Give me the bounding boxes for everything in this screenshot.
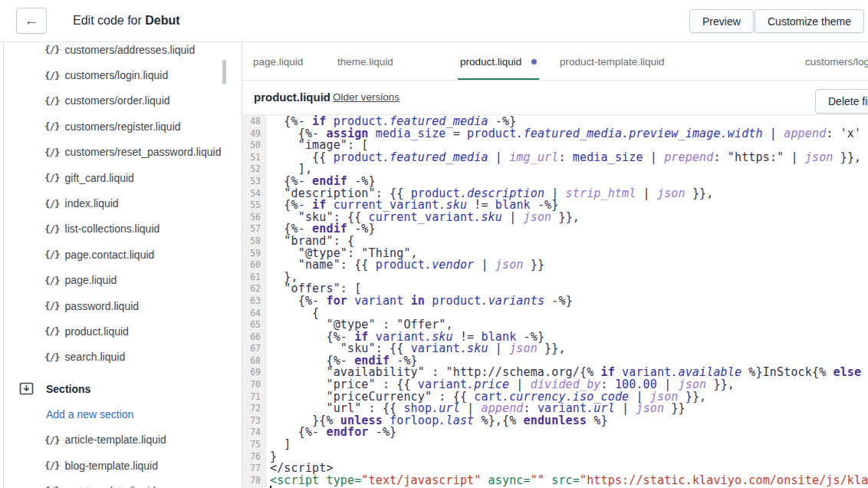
line-number: 54 (242, 188, 265, 200)
sidebar-item-cart-template-liquid[interactable]: {/}cart-template.liquid (4, 478, 222, 488)
editor-filename: product.liquid (254, 91, 330, 104)
line-number: 60 (242, 259, 265, 272)
code-file-icon: {/} (44, 223, 60, 235)
open-file-tabs: page.liquidtheme.liquidproduct.liquidpro… (242, 42, 868, 81)
line-number: 69 (242, 367, 265, 379)
file-name: page.liquid (65, 274, 117, 286)
code-line[interactable]: {{ product.featured_media | img_url: med… (270, 152, 868, 164)
tab-label: product.liquid (460, 56, 521, 68)
line-number: 53 (242, 176, 265, 188)
tab-product-liquid[interactable]: product.liquid (460, 42, 537, 81)
code-editor[interactable]: 4849505152535455565758596061626364656667… (242, 115, 868, 488)
sidebar-item-customers-order-liquid[interactable]: {/}customers/order.liquid (4, 88, 222, 114)
file-name: search.liquid (65, 351, 126, 363)
top-bar: ← Edit code for Debut Preview Customize … (0, 0, 868, 42)
back-arrow-icon: ← (25, 12, 39, 29)
sidebar-item-gift-card-liquid[interactable]: {/}gift_card.liquid (4, 165, 222, 190)
line-number: 58 (242, 236, 265, 248)
file-name: customers/reset_password.liquid (65, 146, 222, 158)
tab-label: product-template.liquid (560, 56, 665, 68)
add-new-section-link[interactable]: Add a new section (4, 401, 222, 427)
code-file-icon: {/} (44, 44, 60, 55)
sidebar-scrollbar[interactable] (222, 60, 226, 84)
sidebar-item-product-liquid[interactable]: {/}product.liquid (4, 318, 222, 344)
file-name: customers/addresses.liquid (65, 44, 196, 56)
customize-theme-button[interactable]: Customize theme (755, 9, 864, 33)
sidebar-item-index-liquid[interactable]: {/}index.liquid (4, 190, 222, 216)
sections-group-header[interactable]: Sections (4, 370, 222, 401)
sidebar-item-article-template-liquid[interactable]: {/}article-template.liquid (4, 427, 222, 452)
code-line[interactable]: ] (270, 439, 868, 451)
code-file-icon: {/} (44, 198, 60, 209)
tab-label: theme.liquid (337, 56, 393, 68)
line-number: 75 (242, 439, 265, 451)
line-number: 56 (242, 212, 265, 224)
file-name: customers/register.liquid (65, 120, 181, 133)
file-name: gift_card.liquid (65, 172, 134, 184)
code-line[interactable]: {%- for variant in product.variants -%} (270, 295, 868, 308)
code-file-icon: {/} (44, 351, 60, 363)
sidebar-item-list-collections-liquid[interactable]: {/}list-collections.liquid (4, 216, 222, 242)
code-line[interactable]: "name": {{ product.vendor | json }} (270, 259, 868, 272)
delete-file-button[interactable]: Delete file (815, 89, 868, 114)
line-number: 72 (242, 403, 265, 415)
line-number: 73 (242, 415, 265, 427)
tab-product-template-liquid[interactable]: product-template.liquid (560, 42, 665, 81)
theme-name: Debut (145, 14, 179, 27)
sidebar-item-search-liquid[interactable]: {/}search.liquid (4, 345, 222, 370)
sidebar-item-password-liquid[interactable]: {/}password.liquid (4, 293, 222, 318)
line-number: 71 (242, 391, 265, 404)
code-line[interactable]: {%- endif -%} (270, 223, 868, 236)
code-file-icon: {/} (44, 147, 60, 158)
code-file-icon: {/} (44, 95, 60, 107)
tab-customers-login-liquid[interactable]: customers/login.liquid (805, 42, 868, 81)
sidebar-item-page-liquid[interactable]: {/}page.liquid (4, 268, 222, 293)
line-number: 52 (242, 163, 265, 176)
code-file-icon: {/} (44, 275, 60, 286)
preview-button[interactable]: Preview (689, 9, 754, 33)
editor-header: product.liquid Older versions (242, 81, 868, 115)
line-number: 64 (242, 308, 265, 320)
file-name: cart-template.liquid (65, 485, 156, 488)
file-name: password.liquid (65, 300, 140, 312)
tab-theme-liquid[interactable]: theme.liquid (337, 42, 393, 81)
line-number-gutter: 4849505152535455565758596061626364656667… (242, 115, 266, 488)
file-name: customers/order.liquid (65, 94, 170, 107)
line-number: 67 (242, 343, 265, 355)
code-content[interactable]: {%- if product.featured_media -%} {%- as… (266, 115, 868, 488)
line-number: 66 (242, 331, 265, 344)
tab-label: page.liquid (253, 56, 303, 68)
code-file-icon: {/} (44, 172, 60, 183)
unsaved-changes-dot-icon (531, 59, 537, 64)
line-number: 70 (242, 379, 265, 391)
page-title: Edit code for Debut (73, 14, 180, 28)
sidebar-item-customers-reset-password-liquid[interactable]: {/}customers/reset_password.liquid (4, 140, 222, 165)
file-name: index.liquid (65, 197, 119, 209)
code-file-icon: {/} (44, 120, 60, 132)
tab-page-liquid[interactable]: page.liquid (253, 42, 303, 81)
sidebar-item-page-contact-liquid[interactable]: {/}page.contact.liquid (4, 242, 222, 267)
code-file-icon: {/} (44, 325, 60, 337)
code-file-icon: {/} (44, 300, 60, 312)
back-button[interactable]: ← (16, 8, 47, 34)
code-file-icon: {/} (44, 485, 60, 488)
file-name: customers/login.liquid (65, 69, 169, 81)
line-number: 76 (242, 451, 265, 463)
file-name: article-template.liquid (65, 434, 166, 446)
code-file-icon: {/} (44, 70, 60, 81)
line-number: 51 (242, 152, 265, 164)
sidebar-item-blog-template-liquid[interactable]: {/}blog-template.liquid (4, 453, 222, 478)
line-number: 63 (242, 295, 265, 308)
file-name: page.contact.liquid (65, 249, 155, 261)
sidebar-item-customers-login-liquid[interactable]: {/}customers/login.liquid (4, 62, 222, 87)
tab-label: customers/login.liquid (805, 56, 868, 68)
older-versions-link[interactable]: Older versions (333, 91, 399, 103)
code-line[interactable]: <script type="text/javascript" async="" … (270, 475, 868, 487)
code-file-icon: {/} (44, 460, 60, 471)
code-line[interactable]: } (270, 451, 868, 463)
file-name: blog-template.liquid (65, 460, 158, 472)
sidebar-item-customers-register-liquid[interactable]: {/}customers/register.liquid (4, 114, 222, 139)
line-number: 49 (242, 128, 265, 140)
line-number: 65 (242, 319, 265, 331)
code-line[interactable]: {%- endfor -%} (270, 427, 868, 439)
